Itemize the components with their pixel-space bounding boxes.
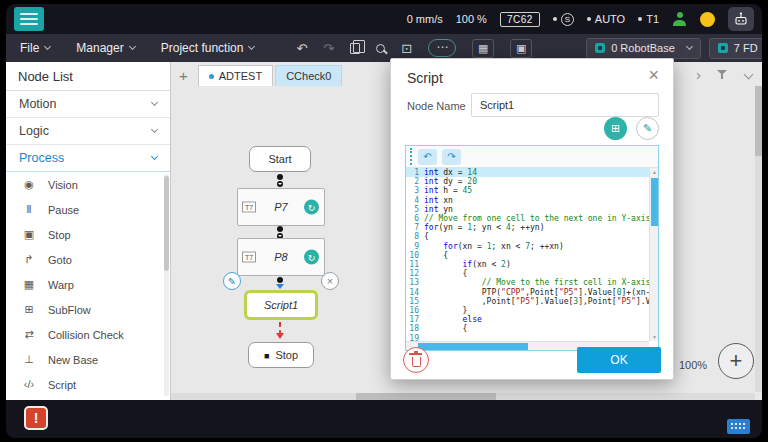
sidebar-item-subflow[interactable]: ⊞SubFlow bbox=[6, 297, 170, 322]
sidebar-item-pause[interactable]: ⅡPause bbox=[6, 197, 170, 222]
sidebar-item-label: Stop bbox=[48, 229, 71, 241]
connector-start-p7[interactable] bbox=[277, 174, 283, 187]
hamburger-menu-button[interactable] bbox=[14, 7, 44, 31]
code-line-15[interactable]: 15 ,Point["P5"].Value[3],Point["P5"].Val… bbox=[406, 297, 649, 306]
grid-view-icon[interactable]: ▦ bbox=[472, 39, 494, 58]
out-port-icon[interactable] bbox=[277, 174, 283, 180]
sidebar-section-motion[interactable]: Motion bbox=[6, 91, 170, 118]
chevron-down-icon bbox=[248, 43, 255, 50]
scroll-down-icon[interactable]: ▼ bbox=[650, 333, 659, 341]
canvas-horizontal-scrollbar[interactable] bbox=[171, 393, 755, 400]
code-line-10[interactable]: 10 { bbox=[406, 251, 649, 260]
menu-project-function[interactable]: Project function bbox=[161, 41, 255, 55]
sidebar-item-collision-check[interactable]: ⇄Collision Check bbox=[6, 322, 170, 347]
sidebar-item-stop[interactable]: ▣Stop bbox=[6, 222, 170, 247]
tab-adtest[interactable]: ADTEST bbox=[198, 65, 273, 86]
frame-capture-icon[interactable]: ⊡ bbox=[401, 42, 412, 55]
copy-icon[interactable] bbox=[350, 43, 360, 54]
code-line-5[interactable]: 5int yn bbox=[406, 205, 649, 214]
undo-icon[interactable]: ↶ bbox=[296, 42, 307, 55]
code-line-2[interactable]: 2int dy = 20 bbox=[406, 177, 649, 186]
edit-node-button[interactable] bbox=[223, 272, 241, 290]
out-port-icon[interactable] bbox=[277, 277, 283, 283]
editor-vertical-scrollbar[interactable]: ▲ ▼ bbox=[649, 168, 658, 341]
node-name-input[interactable] bbox=[471, 93, 659, 117]
scrollbar-thumb[interactable] bbox=[651, 178, 658, 226]
flow-node-script1[interactable]: Script1 bbox=[244, 290, 318, 320]
collapse-icon[interactable] bbox=[744, 70, 754, 80]
refresh-icon-button[interactable] bbox=[304, 250, 319, 265]
redo-icon[interactable]: ↷ bbox=[323, 42, 334, 55]
code-line-18[interactable]: 18 { bbox=[406, 324, 649, 333]
close-icon[interactable]: × bbox=[644, 64, 663, 86]
scrollbar-thumb[interactable] bbox=[164, 176, 169, 271]
out-port-icon[interactable] bbox=[277, 226, 283, 232]
delete-script-button[interactable] bbox=[403, 347, 429, 373]
scrollbar-thumb[interactable] bbox=[418, 343, 528, 350]
edit-script-button[interactable] bbox=[636, 117, 659, 140]
scrollbar-thumb[interactable] bbox=[356, 393, 496, 400]
virtual-keyboard-icon[interactable] bbox=[727, 419, 750, 434]
tab-ccheck0[interactable]: CCheck0 bbox=[275, 65, 342, 86]
connector-p8-script[interactable] bbox=[277, 277, 283, 283]
sidebar-section-process[interactable]: Process bbox=[6, 145, 170, 172]
canvas-vertical-scrollbar[interactable] bbox=[755, 86, 762, 392]
panel-view-icon[interactable]: ▣ bbox=[510, 39, 532, 58]
editor-redo-icon[interactable]: ↷ bbox=[442, 149, 461, 165]
sidebar-item-warp[interactable]: ▦Warp bbox=[6, 272, 170, 297]
code-line-16[interactable]: 16 } bbox=[406, 306, 649, 315]
more-options-button[interactable]: ⋯ bbox=[428, 39, 456, 57]
sidebar-section-logic[interactable]: Logic bbox=[6, 118, 170, 145]
code-line-11[interactable]: 11 if(xn < 2) bbox=[406, 260, 649, 269]
ok-button[interactable]: OK bbox=[577, 347, 661, 373]
code-line-6[interactable]: 6// Move from one cell to the next one i… bbox=[406, 214, 649, 223]
in-port-icon[interactable] bbox=[277, 181, 283, 187]
code-line-8[interactable]: 8{ bbox=[406, 232, 649, 241]
code-line-1[interactable]: 1int dx = 14 bbox=[406, 168, 649, 177]
scroll-up-icon[interactable]: ▲ bbox=[650, 168, 659, 176]
code-line-13[interactable]: 13 // Move to the first cell in X-axis bbox=[406, 278, 649, 287]
sidebar-item-script[interactable]: ‹/›Script bbox=[6, 372, 170, 397]
add-tab-button[interactable]: + bbox=[179, 68, 188, 83]
expand-right-icon[interactable]: › bbox=[696, 67, 701, 82]
sidebar-item-new-base[interactable]: ⊥New Base bbox=[6, 347, 170, 372]
line-number: 10 bbox=[406, 251, 424, 260]
sidebar-item-label: Pause bbox=[48, 204, 79, 216]
user-icon[interactable] bbox=[672, 12, 687, 26]
code-line-14[interactable]: 14 PTP("CPP",Point["P5"].Value[0]+(xn-1)… bbox=[406, 288, 649, 297]
script-code-editor[interactable]: ↶ ↷ 1int dx = 142int dy = 203int h = 454… bbox=[405, 145, 659, 351]
sidebar-scrollbar[interactable] bbox=[164, 174, 169, 396]
refresh-icon-button[interactable] bbox=[304, 200, 319, 215]
code-area[interactable]: 1int dx = 142int dy = 203int h = 454int … bbox=[406, 168, 649, 341]
search-zoom-icon[interactable] bbox=[376, 44, 385, 53]
program-code-badge: 7C62 bbox=[500, 12, 540, 27]
menu-manager[interactable]: Manager bbox=[76, 41, 134, 55]
sidebar-item-goto[interactable]: ↱Goto bbox=[6, 247, 170, 272]
code-line-9[interactable]: 9 for(xn = 1; xn < 7; ++xn) bbox=[406, 242, 649, 251]
flow-node-p7[interactable]: T7 P7 bbox=[237, 188, 325, 226]
warning-alert-button[interactable]: ! bbox=[24, 406, 48, 430]
flow-node-p8[interactable]: T7 P8 bbox=[237, 238, 325, 276]
robot-base-dropdown[interactable]: 0 RobotBase bbox=[586, 38, 701, 59]
scrollbar-thumb[interactable] bbox=[755, 86, 762, 156]
insert-keypad-button[interactable] bbox=[604, 117, 627, 140]
flow-node-start[interactable]: Start bbox=[249, 146, 311, 172]
fd-dropdown[interactable]: 7 FD bbox=[709, 38, 762, 59]
filter-icon[interactable] bbox=[717, 69, 729, 81]
code-line-7[interactable]: 7for(yn = 1; yn < 4; ++yn) bbox=[406, 223, 649, 232]
code-line-4[interactable]: 4int xn bbox=[406, 196, 649, 205]
zoom-in-button[interactable]: + bbox=[718, 343, 754, 379]
menu-file[interactable]: File bbox=[20, 41, 50, 55]
code-line-3[interactable]: 3int h = 45 bbox=[406, 186, 649, 195]
status-indicator-icon[interactable] bbox=[700, 12, 715, 27]
robot-base-value: 0 RobotBase bbox=[611, 42, 675, 54]
code-text: int dy = 20 bbox=[424, 177, 477, 186]
sidebar-item-vision[interactable]: ◉Vision bbox=[6, 172, 170, 197]
code-line-17[interactable]: 17 else bbox=[406, 315, 649, 324]
flow-node-stop[interactable]: Stop bbox=[248, 342, 314, 368]
delete-node-button[interactable] bbox=[321, 272, 339, 290]
robot-icon-button[interactable] bbox=[728, 7, 754, 31]
code-line-12[interactable]: 12 { bbox=[406, 269, 649, 278]
code-line-19[interactable]: 19 bbox=[406, 334, 649, 341]
editor-undo-icon[interactable]: ↶ bbox=[418, 149, 437, 165]
